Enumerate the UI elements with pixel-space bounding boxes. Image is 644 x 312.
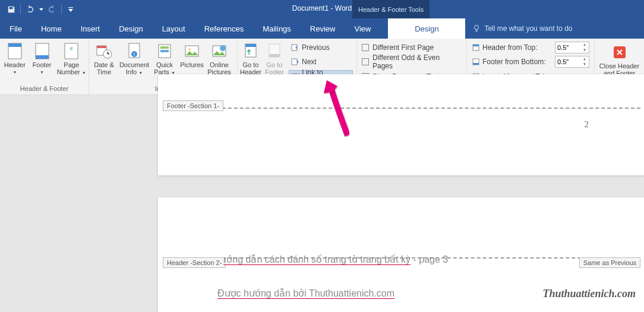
date-time-button[interactable]: Date &Time <box>90 40 118 84</box>
previous-icon <box>291 43 299 52</box>
page-2: Header -Section 2- Same as Previous rớng… <box>158 197 644 312</box>
footer-from-bottom-label: Footer from Bottom: <box>482 58 553 66</box>
document-info-button[interactable]: i DocumentInfo ▼ <box>118 40 151 84</box>
header-from-top-label: Header from Top: <box>482 43 553 52</box>
document-title: Document1 - Word <box>0 4 644 12</box>
tab-view[interactable]: View <box>345 18 380 39</box>
page-1: Footer -Section 1- 2 <box>158 74 644 175</box>
svg-rect-25 <box>292 59 297 65</box>
contextual-tab-label: Header & Footer Tools <box>352 0 430 18</box>
svg-rect-15 <box>160 50 169 52</box>
svg-rect-8 <box>97 46 106 48</box>
footer-from-bottom-input[interactable]: ▲▼ <box>555 56 589 68</box>
tab-hf-design[interactable]: Design <box>388 18 465 39</box>
footer-bottom-icon <box>472 58 480 66</box>
undo-icon[interactable] <box>22 2 37 17</box>
svg-rect-2 <box>8 43 21 47</box>
header-top-icon <box>472 43 480 52</box>
tab-layout[interactable]: Layout <box>153 18 195 39</box>
svg-text:#: # <box>70 46 73 52</box>
different-first-page-checkbox[interactable]: Different First Page <box>362 41 462 54</box>
save-icon[interactable] <box>4 2 19 17</box>
svg-rect-14 <box>160 46 169 49</box>
svg-rect-29 <box>473 45 479 46</box>
header-from-top-input[interactable]: ▲▼ <box>555 42 589 53</box>
header-section-tab: Header -Section 2- <box>163 257 226 268</box>
previous-button[interactable]: Previous <box>289 41 353 54</box>
svg-point-19 <box>220 45 226 51</box>
footer-button[interactable]: Footer▼ <box>29 40 56 84</box>
tab-mailings[interactable]: Mailings <box>253 18 301 39</box>
ribbon-tabs: File Home Insert Design Layout Reference… <box>0 18 644 39</box>
tab-review[interactable]: Review <box>301 18 345 39</box>
svg-rect-23 <box>269 54 280 57</box>
redo-icon[interactable] <box>45 2 60 17</box>
svg-point-17 <box>188 48 191 51</box>
lightbulb-icon <box>472 24 481 33</box>
credit-text: Được hướng dẫn bởi Thuthuattienich.com <box>217 288 394 299</box>
page-number-button[interactable]: # PageNumber ▼ <box>55 40 87 84</box>
undo-dropdown-icon[interactable] <box>37 2 45 17</box>
svg-rect-31 <box>473 63 479 65</box>
title-bar: Document1 - Word Header & Footer Tools <box>0 0 644 18</box>
tab-home[interactable]: Home <box>31 18 71 39</box>
tab-references[interactable]: References <box>195 18 253 39</box>
next-button[interactable]: Next <box>289 55 353 68</box>
tell-me-label: Tell me what you want to do <box>484 24 572 33</box>
svg-rect-4 <box>36 55 49 59</box>
different-odd-even-checkbox[interactable]: Different Odd & Even Pages <box>362 55 462 68</box>
same-as-previous-tab: Same as Previous <box>579 257 640 268</box>
svg-point-0 <box>475 26 479 30</box>
footer-section-tab: Footer -Section 1- <box>163 100 223 111</box>
header-button[interactable]: Header▼ <box>1 40 29 84</box>
group-label-hf: Header & Footer <box>0 84 89 94</box>
tab-file[interactable]: File <box>0 18 31 39</box>
document-area[interactable]: Footer -Section 1- 2 Header -Section 2- … <box>0 95 644 312</box>
tab-insert[interactable]: Insert <box>71 18 110 39</box>
watermark-text: Thuthuattienich.com <box>542 288 636 300</box>
tell-me-search[interactable]: Tell me what you want to do <box>465 18 579 39</box>
heading-text: rớng dẫn cách đánh số trang từ trang bất… <box>223 254 448 265</box>
qat-customize-icon[interactable] <box>63 2 78 17</box>
page-number: 2 <box>585 119 589 130</box>
tab-design[interactable]: Design <box>109 18 152 39</box>
svg-rect-21 <box>245 44 256 47</box>
next-icon <box>291 58 299 66</box>
